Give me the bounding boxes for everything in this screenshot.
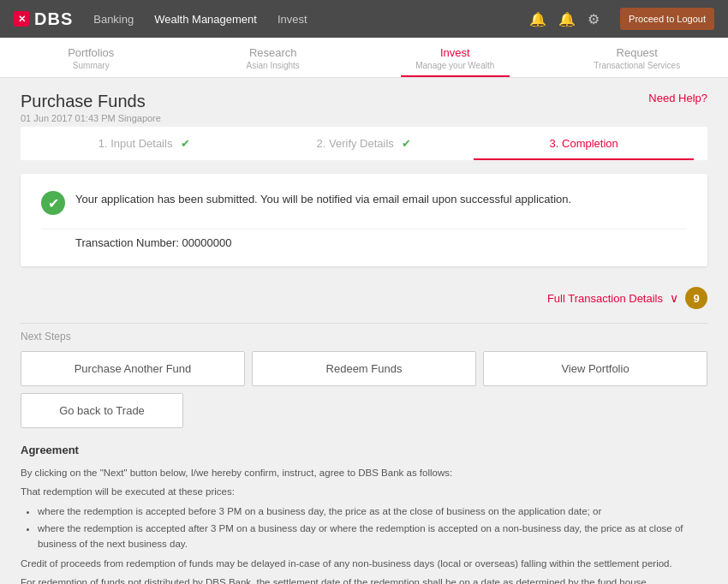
tab-portfolios-label: Portfolios	[0, 46, 182, 59]
tab-invest[interactable]: Invest Manage your Wealth	[364, 38, 546, 77]
proceed-logout-button[interactable]: Proceed to Logout	[620, 8, 714, 30]
tab-request-label: Request	[546, 46, 729, 59]
tab-research[interactable]: Research Asian Insights	[182, 38, 365, 77]
next-steps-section: Next Steps Purchase Another Fund Redeem …	[21, 331, 707, 428]
agreement-list: where the redemption is accepted before …	[38, 504, 707, 552]
tab-research-sub: Asian Insights	[182, 61, 365, 70]
logo-area: ✕ DBS	[14, 9, 73, 29]
agreement-title: Agreement	[21, 442, 707, 460]
transaction-details-row: Full Transaction Details ∨ 9	[21, 280, 707, 316]
action-buttons-row-2: Go back to Trade	[21, 393, 707, 428]
nav-invest[interactable]: Invest	[277, 9, 307, 29]
transaction-details-badge: 9	[685, 287, 707, 309]
purchase-another-fund-button[interactable]: Purchase Another Fund	[21, 351, 245, 386]
nav-wealth-management[interactable]: Wealth Management	[154, 9, 257, 29]
chevron-down-icon: ∨	[670, 291, 678, 305]
success-text: Your application has been submitted. You…	[75, 191, 571, 208]
step-3-label: 3	[550, 137, 556, 150]
step-input-details: 1. Input Details ✔	[34, 137, 254, 150]
logo-dbs: DBS	[34, 9, 73, 29]
alert-icon[interactable]: 🔔	[558, 11, 576, 27]
agreement-intro: By clicking on the "Next" button below, …	[21, 465, 707, 480]
nav-links: Banking Wealth Management Invest	[93, 9, 509, 29]
success-card: ✔ Your application has been submitted. Y…	[21, 174, 707, 266]
nav-icons: 🔔 🔔 ⚙	[529, 11, 600, 27]
success-check-icon: ✔	[41, 191, 65, 215]
step-1-check-icon: ✔	[181, 137, 190, 150]
action-buttons-row-1: Purchase Another Fund Redeem Funds View …	[21, 351, 707, 386]
agreement-bullet-1: where the redemption is accepted before …	[38, 504, 707, 519]
notification-icon[interactable]: 🔔	[529, 11, 546, 27]
agreement-line3: For redemption of funds not distributed …	[21, 575, 707, 584]
page-header: Purchase Funds 01 Jun 2017 01:43 PM Sing…	[21, 92, 707, 123]
page-date: 01 Jun 2017 01:43 PM Singapore	[21, 113, 161, 123]
divider	[21, 323, 707, 324]
step-2-text: Verify Details	[329, 137, 394, 150]
logo-x-icon: ✕	[14, 11, 29, 27]
page-content: Purchase Funds 01 Jun 2017 01:43 PM Sing…	[0, 78, 728, 584]
full-transaction-details-link[interactable]: Full Transaction Details	[547, 292, 663, 305]
agreement-section: Agreement By clicking on the "Next" butt…	[21, 442, 707, 584]
redeem-funds-button[interactable]: Redeem Funds	[252, 351, 476, 386]
transaction-label: Transaction Number:	[75, 236, 179, 249]
page-title-block: Purchase Funds 01 Jun 2017 01:43 PM Sing…	[21, 92, 161, 123]
step-verify-details: 2. Verify Details ✔	[254, 137, 474, 150]
sub-nav: Portfolios Summary Research Asian Insigh…	[0, 38, 728, 78]
step-1-label: 1	[98, 137, 104, 150]
step-3-text: Completion	[562, 137, 618, 150]
step-completion: 3. Completion	[474, 137, 694, 150]
agreement-line1: That redemption will be executed at thes…	[21, 484, 707, 499]
transaction-number: Transaction Number: 00000000	[41, 229, 687, 249]
tab-research-label: Research	[182, 46, 365, 59]
step-indicator: 1. Input Details ✔ 2. Verify Details ✔ 3…	[21, 127, 707, 160]
tab-invest-label: Invest	[364, 46, 546, 59]
step-2-label: 2	[317, 137, 323, 150]
step-2-check-icon: ✔	[402, 137, 411, 150]
nav-banking[interactable]: Banking	[93, 9, 134, 29]
tab-request-sub: Transactional Services	[546, 61, 729, 70]
tab-portfolios[interactable]: Portfolios Summary	[0, 38, 182, 77]
tab-portfolios-sub: Summary	[0, 61, 182, 70]
agreement-line2: Credit of proceeds from redemption of fu…	[21, 556, 707, 571]
settings-icon[interactable]: ⚙	[588, 11, 600, 27]
view-portfolio-button[interactable]: View Portfolio	[483, 351, 707, 386]
next-steps-label: Next Steps	[21, 331, 707, 343]
tab-request[interactable]: Request Transactional Services	[546, 38, 729, 77]
top-nav: ✕ DBS Banking Wealth Management Invest 🔔…	[0, 0, 728, 38]
agreement-bullet-2: where the redemption is accepted after 3…	[38, 521, 707, 552]
transaction-value: 00000000	[182, 236, 232, 249]
success-message: ✔ Your application has been submitted. Y…	[41, 191, 687, 215]
go-back-to-trade-button[interactable]: Go back to Trade	[21, 393, 183, 428]
step-1-text: Input Details	[110, 137, 172, 150]
tab-invest-sub: Manage your Wealth	[364, 61, 546, 70]
page-title: Purchase Funds	[21, 92, 161, 111]
need-help-link[interactable]: Need Help?	[648, 92, 707, 104]
